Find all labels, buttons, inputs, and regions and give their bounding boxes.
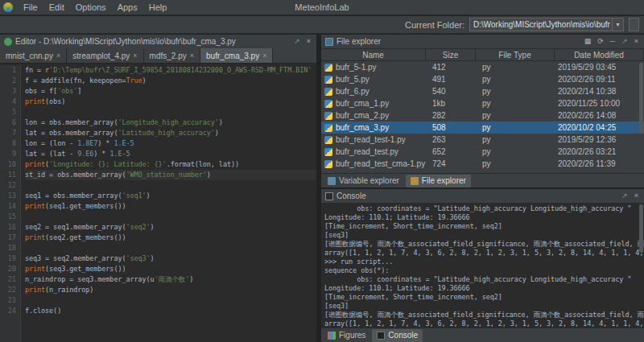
current-folder-label: Current Folder:	[405, 20, 464, 30]
tool-tab-label: Console	[388, 331, 418, 340]
file-explorer-float-icon[interactable]: ↗	[620, 35, 630, 47]
file-row[interactable]: bufr_5.py491py2020/2/26 09:11	[321, 73, 644, 85]
column-header-file-type[interactable]: File Type	[476, 49, 555, 60]
code-line[interactable]: f = addfile(fn, keepopen=True)	[25, 76, 316, 86]
browse-folder-button[interactable]	[629, 18, 639, 31]
code-line[interactable]: print('Longitude: {}; Latitude: {}'.form…	[25, 159, 316, 170]
file-row[interactable]: bufr_read_test-1.py263py2019/5/29 12:36	[321, 134, 644, 146]
file-date: 2020/2/26 11:39	[555, 159, 644, 168]
line-number: 10	[0, 159, 16, 170]
file-date: 2020/2/26 14:08	[555, 111, 644, 120]
console-panel-icon	[325, 192, 333, 200]
tool-tab-file-explorer[interactable]: File explorer	[406, 175, 471, 187]
console-float-icon[interactable]: ↗	[620, 190, 630, 202]
file-row[interactable]: bufr_cma_3.py508py2020/10/2 04:25	[321, 122, 644, 134]
file-type: py	[476, 123, 555, 132]
editor-tab-mnist_cnn.py[interactable]: mnist_cnn.py×	[0, 48, 67, 63]
file-explorer-panel: File explorer ▦ ⟳ ─ ↗ × NameSizeFile Typ…	[321, 35, 644, 189]
code-line[interactable]: obs = f['obs']	[25, 86, 316, 97]
toolbar: Current Folder: D:\Working\MIScript\Jyth…	[0, 16, 644, 34]
line-number: 2	[0, 76, 16, 86]
code-line[interactable]: seq3 = seq2.member_array('seq3')	[25, 253, 316, 264]
file-size: 412	[426, 63, 476, 72]
close-tab-icon[interactable]: ×	[190, 52, 194, 60]
code-line[interactable]: print(seq2.get_members())	[25, 233, 316, 243]
code-line[interactable]: seq2 = seq1.member_array('seq2')	[25, 222, 316, 233]
editor-tab-bufr_cma_3.py[interactable]: bufr_cma_3.py×	[200, 48, 273, 63]
code-line[interactable]: fn = r'D:\Temp\bufr\Z_SURF_I_59854_20180…	[25, 65, 316, 76]
file-name-cell: bufr_cma_1.py	[321, 99, 426, 108]
code-line[interactable]	[25, 212, 316, 222]
column-header-name[interactable]: Name	[321, 49, 426, 60]
python-file-icon	[324, 100, 332, 108]
line-number: 19	[0, 253, 16, 264]
console-close-icon[interactable]: ×	[633, 190, 640, 202]
current-folder-combobox[interactable]: D:\Working\MIScript\Jython\mis\io\bufr ▼	[469, 18, 624, 31]
code-line[interactable]: lat = (lat - 9.E6) * 1.E-5	[25, 149, 316, 159]
file-name: bufr_5-1.py	[336, 63, 377, 72]
code-line[interactable]	[25, 107, 316, 117]
console-output[interactable]: obs: coordinates = "Latitude_high_accura…	[321, 203, 644, 328]
file-name: bufr_5.py	[336, 75, 369, 84]
code-line[interactable]: lon = (lon - 1.8E7) * 1.E-5	[25, 138, 316, 149]
code-line[interactable]	[25, 180, 316, 191]
code-line[interactable]: f.close()	[25, 306, 316, 316]
menu-apps[interactable]: Apps	[112, 0, 143, 14]
code-line[interactable]: st_id = obs.member_array('WMO_station_nu…	[25, 170, 316, 180]
file-row[interactable]: bufr_6.py540py2020/2/14 10:38	[321, 85, 644, 97]
code-line[interactable]: print(n_raindrop)	[25, 285, 316, 295]
file-name-cell: bufr_read_test-1.py	[321, 135, 426, 144]
menu-edit[interactable]: Edit	[43, 0, 70, 14]
file-list-scrollbar[interactable]	[639, 63, 643, 134]
tool-tab-console[interactable]: Console	[372, 329, 423, 342]
file-row[interactable]: bufr_read_test.py652py2020/2/26 03:21	[321, 146, 644, 158]
menu-options[interactable]: Options	[70, 0, 112, 14]
close-tab-icon[interactable]: ×	[56, 52, 60, 60]
file-size: 1kb	[426, 99, 476, 108]
dropdown-arrow-icon[interactable]: ▼	[612, 19, 623, 31]
minimize-panel-icon[interactable]: ─	[609, 35, 617, 47]
tool-tab-label: Variable explorer	[339, 176, 399, 185]
close-tab-icon[interactable]: ×	[133, 52, 137, 60]
column-header-size[interactable]: Size	[426, 49, 476, 60]
menu-file[interactable]: File	[18, 0, 43, 14]
code-line[interactable]: seq1 = obs.member_array('seq1')	[25, 191, 316, 201]
file-date: 2020/2/26 03:21	[555, 147, 644, 156]
file-explorer-close-icon[interactable]: ×	[633, 35, 640, 47]
file-row[interactable]: bufr_cma_2.py282py2020/2/26 14:08	[321, 109, 644, 122]
editor-tab-mdfs_2.py[interactable]: mdfs_2.py×	[144, 48, 200, 63]
file-name-cell: bufr_5.py	[321, 75, 426, 84]
console-line: sequence obs(*):	[324, 266, 644, 275]
refresh-icon[interactable]: ⟳	[596, 35, 605, 47]
file-row[interactable]: bufr_read_test_cma-1.py724py2020/2/26 11…	[321, 158, 644, 170]
column-header-date-modified[interactable]: Date Modified	[555, 49, 644, 60]
code-line[interactable]	[25, 243, 316, 253]
menu-help[interactable]: Help	[143, 0, 173, 14]
code-line[interactable]	[25, 295, 316, 306]
code-line[interactable]: print(obs)	[25, 97, 316, 107]
file-row[interactable]: bufr_cma_1.py1kbpy2020/11/25 10:00	[321, 97, 644, 109]
file-row[interactable]: bufr_5-1.py412py2019/5/29 03:45	[321, 61, 644, 73]
code-line[interactable]: print(seq1.get_members())	[25, 201, 316, 212]
tab-label: mdfs_2.py	[150, 52, 187, 60]
code-line[interactable]: lat = obs.member_array('Latitude_high_ac…	[25, 128, 316, 138]
code-line[interactable]: lon = obs.member_array('Longitude_high_a…	[25, 117, 316, 128]
python-file-icon	[324, 112, 332, 120]
tool-tab-variable-explorer[interactable]: Variable explorer	[323, 175, 404, 187]
editor-float-icon[interactable]: ↗	[292, 35, 302, 47]
line-number: 23	[0, 295, 16, 306]
code-line[interactable]: n_raindrop = seq3.member_array(u'雨滴个数')	[25, 274, 316, 285]
close-tab-icon[interactable]: ×	[262, 52, 266, 60]
code-editor[interactable]: 123456789101112131415161718192021222324 …	[0, 64, 316, 342]
editor-close-icon[interactable]: ×	[305, 35, 312, 47]
grid-icon[interactable]: ▦	[583, 35, 593, 47]
file-name-cell: bufr_read_test.py	[321, 147, 426, 156]
code-content[interactable]: fn = r'D:\Temp\bufr\Z_SURF_I_59854_20180…	[21, 65, 316, 342]
file-date: 2020/2/26 09:11	[555, 75, 644, 84]
console-icon	[377, 332, 385, 340]
tool-tab-figures[interactable]: Figures	[323, 329, 370, 342]
python-file-icon	[324, 76, 332, 84]
console-scrollbar[interactable]	[639, 204, 643, 253]
editor-tab-streamplot_4.py[interactable]: streamplot_4.py×	[67, 48, 143, 63]
code-line[interactable]: print(seq3.get_members())	[25, 264, 316, 274]
